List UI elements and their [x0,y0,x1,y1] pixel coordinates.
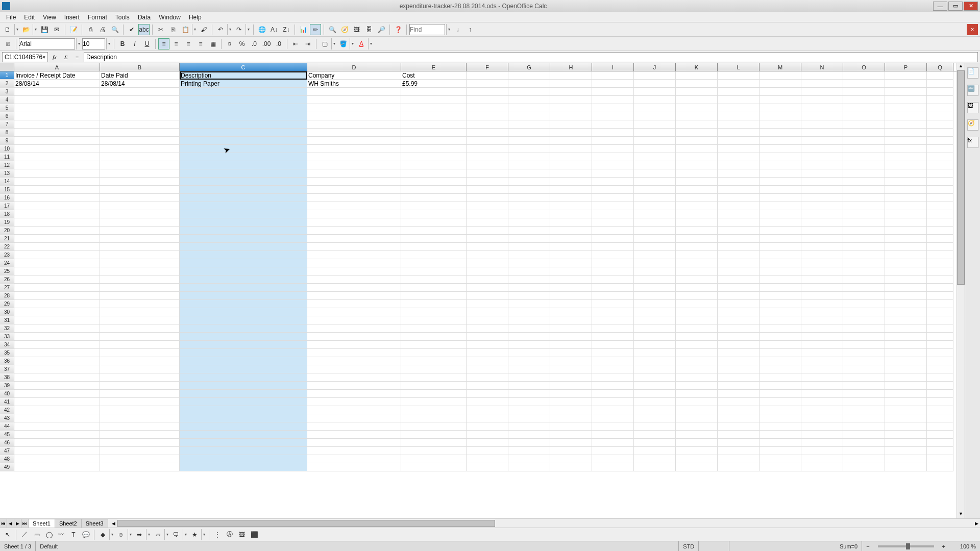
cell-N38[interactable] [801,373,843,382]
row-header[interactable]: 5 [0,104,14,112]
cell-F4[interactable] [467,96,508,104]
cell-B4[interactable] [100,96,180,104]
cell-G24[interactable] [508,259,550,267]
find-input[interactable] [409,24,445,35]
cell-I4[interactable] [592,96,634,104]
cell-I12[interactable] [592,161,634,169]
cell-I48[interactable] [592,455,634,463]
cell-O29[interactable] [843,300,885,308]
cell-E46[interactable] [401,439,467,447]
cell-L18[interactable] [718,210,760,218]
cell-C33[interactable] [180,333,307,341]
cell-A45[interactable] [14,431,100,439]
fontwork-icon[interactable]: Ⓐ [224,529,235,540]
cell-O41[interactable] [843,398,885,406]
cell-Q11[interactable] [927,153,953,161]
cell-B46[interactable] [100,439,180,447]
cell-N15[interactable] [801,186,843,194]
cell-F31[interactable] [467,316,508,324]
cell-E8[interactable] [401,129,467,137]
cell-M42[interactable] [760,406,801,414]
cell-M16[interactable] [760,194,801,202]
cell-N32[interactable] [801,324,843,333]
cell-H44[interactable] [550,422,592,431]
cell-N18[interactable] [801,210,843,218]
cell-K35[interactable] [676,349,718,357]
cell-N48[interactable] [801,455,843,463]
cell-M4[interactable] [760,96,801,104]
cell-K5[interactable] [676,104,718,112]
cell-K39[interactable] [676,382,718,390]
cell-G33[interactable] [508,333,550,341]
cell-F10[interactable] [467,145,508,153]
properties-panel-icon[interactable]: 📄 [967,67,978,79]
cell-I31[interactable] [592,316,634,324]
row-header[interactable]: 47 [0,447,14,455]
cell-G17[interactable] [508,202,550,210]
cell-H10[interactable] [550,145,592,153]
sum-icon[interactable]: Σ [61,53,70,62]
cell-K11[interactable] [676,153,718,161]
cell-E34[interactable] [401,341,467,349]
cell-O30[interactable] [843,308,885,316]
cell-J4[interactable] [634,96,676,104]
row-header[interactable]: 26 [0,276,14,284]
cell-H9[interactable] [550,137,592,145]
cell-B7[interactable] [100,120,180,129]
cell-D16[interactable] [307,194,401,202]
cell-E49[interactable] [401,463,467,471]
cell-H13[interactable] [550,169,592,178]
zoom-knob[interactable] [906,543,910,549]
cell-B38[interactable] [100,373,180,382]
cell-K48[interactable] [676,455,718,463]
cell-A17[interactable] [14,202,100,210]
cell-I29[interactable] [592,300,634,308]
cell-D24[interactable] [307,259,401,267]
cell-D25[interactable] [307,267,401,276]
cell-Q30[interactable] [927,308,953,316]
cell-L20[interactable] [718,227,760,235]
cell-Q39[interactable] [927,382,953,390]
row-header[interactable]: 44 [0,422,14,431]
cell-A16[interactable] [14,194,100,202]
cell-N28[interactable] [801,292,843,300]
cell-L12[interactable] [718,161,760,169]
cell-Q20[interactable] [927,227,953,235]
cell-N2[interactable] [801,80,843,88]
cell-O48[interactable] [843,455,885,463]
cell-G36[interactable] [508,357,550,365]
merge-cells-icon[interactable]: ▦ [207,38,218,49]
cell-C23[interactable] [180,251,307,259]
align-center-icon[interactable]: ≡ [170,38,182,49]
cell-E48[interactable] [401,455,467,463]
cell-B29[interactable] [100,300,180,308]
cell-K46[interactable] [676,439,718,447]
points-icon[interactable]: ⋮ [212,529,223,540]
cell-F46[interactable] [467,439,508,447]
row-header[interactable]: 27 [0,284,14,292]
cell-Q6[interactable] [927,112,953,120]
column-header-B[interactable]: B [100,63,180,71]
cell-D19[interactable] [307,218,401,227]
column-header-J[interactable]: J [634,63,676,71]
cell-L39[interactable] [718,382,760,390]
row-header[interactable]: 14 [0,178,14,186]
cell-Q37[interactable] [927,365,953,373]
cell-M14[interactable] [760,178,801,186]
cell-Q36[interactable] [927,357,953,365]
cell-L7[interactable] [718,120,760,129]
cell-L17[interactable] [718,202,760,210]
cell-H24[interactable] [550,259,592,267]
cell-G2[interactable] [508,80,550,88]
cell-L15[interactable] [718,186,760,194]
cell-L21[interactable] [718,235,760,243]
cell-K9[interactable] [676,137,718,145]
font-size-combo[interactable] [82,38,105,49]
maximize-button[interactable]: ▭ [948,2,963,11]
cell-Q12[interactable] [927,161,953,169]
cell-E42[interactable] [401,406,467,414]
cell-A4[interactable] [14,96,100,104]
cell-I34[interactable] [592,341,634,349]
cell-E41[interactable] [401,398,467,406]
cell-G40[interactable] [508,390,550,398]
